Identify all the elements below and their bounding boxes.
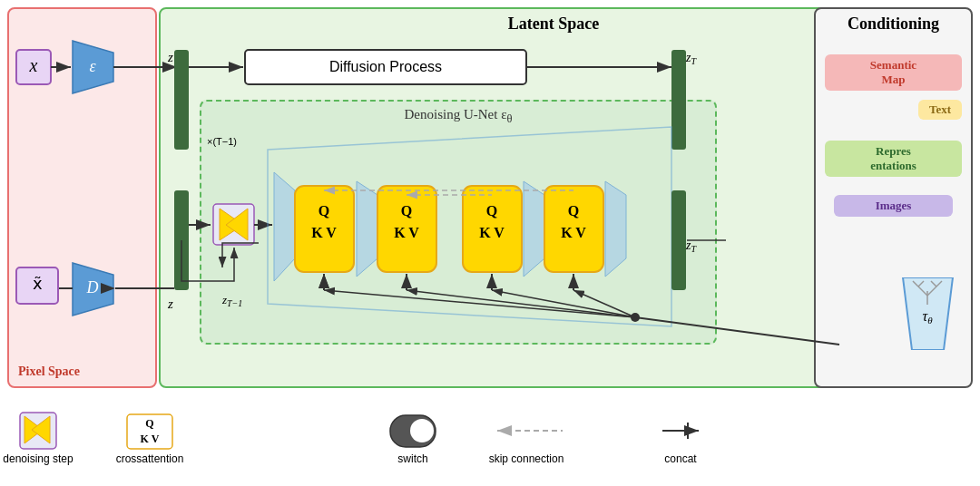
- pixel-space-box: Pixel Space: [7, 7, 157, 388]
- unet-box: Denoising U-Net εθ: [200, 100, 717, 345]
- unet-title: Denoising U-Net εθ: [405, 107, 513, 126]
- svg-text:denoising step: denoising step: [3, 452, 74, 465]
- conditioning-text: Text: [918, 100, 962, 120]
- svg-text:skip connection: skip connection: [489, 452, 564, 465]
- svg-marker-75: [24, 416, 43, 443]
- svg-text:switch: switch: [397, 452, 427, 465]
- tau-box: τθ: [898, 277, 957, 350]
- svg-rect-74: [20, 413, 56, 449]
- svg-point-83: [410, 419, 434, 442]
- conditioning-box: Conditioning SemanticMap Text Representa…: [814, 7, 973, 388]
- pixel-space-label: Pixel Space: [18, 364, 80, 379]
- svg-text:Q: Q: [145, 417, 153, 430]
- conditioning-repr: Representations: [825, 141, 962, 177]
- conditioning-images: Images: [834, 195, 953, 217]
- main-container: Pixel Space Latent Space Conditioning Se…: [0, 0, 980, 486]
- svg-marker-0: [903, 277, 953, 350]
- svg-text:concat: concat: [664, 452, 697, 465]
- conditioning-semantic: SemanticMap: [825, 54, 962, 91]
- svg-rect-78: [127, 414, 172, 449]
- svg-text:K V: K V: [141, 433, 160, 445]
- svg-text:crossattention: crossattention: [116, 452, 184, 465]
- latent-space-title: Latent Space: [508, 15, 600, 34]
- conditioning-title: Conditioning: [848, 15, 939, 34]
- svg-marker-76: [32, 416, 50, 443]
- svg-rect-82: [390, 415, 436, 447]
- tau-svg: τθ: [898, 277, 957, 350]
